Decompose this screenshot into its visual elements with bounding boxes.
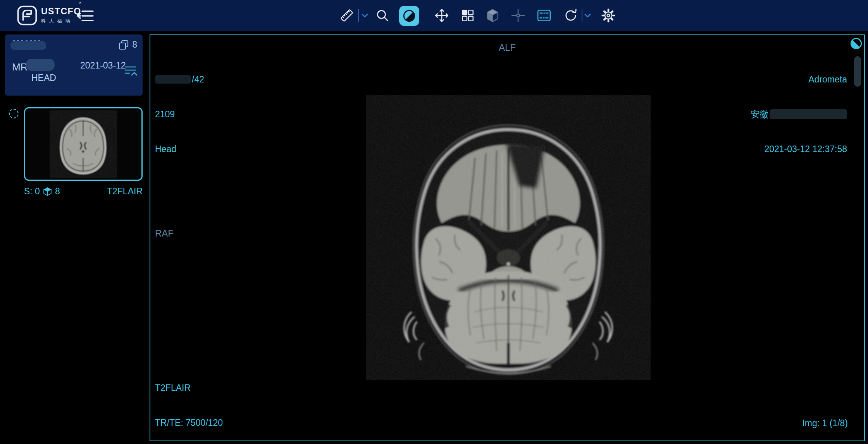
contrast-badge-icon[interactable] bbox=[850, 37, 863, 50]
rotate-reset-button[interactable] bbox=[562, 7, 580, 24]
radiographer-name: Adrometa bbox=[751, 74, 847, 85]
app-logo: USTCFQˆ 科大福晴 bbox=[17, 5, 81, 26]
annotation-toggle-button[interactable] bbox=[535, 7, 553, 24]
patient-name-redacted bbox=[10, 41, 46, 50]
thumbnail-image bbox=[50, 110, 117, 178]
logo-text: USTCFQˆ 科大福晴 bbox=[41, 6, 81, 24]
acquisition-datetime: 2021-03-12 12:37:58 bbox=[751, 143, 847, 155]
stack-scrollbar-thumb[interactable] bbox=[854, 56, 861, 87]
sequence-name: T2FLAIR bbox=[155, 382, 277, 394]
overlay-bottom-right: Img: 1 (1/8) Zoom: 96% W: 8948 L: 5189 M… bbox=[775, 394, 848, 444]
brand-subtitle: 科大福晴 bbox=[41, 18, 81, 24]
overlay-top-left: /42 2109 Head bbox=[155, 50, 204, 178]
accession-number: 2109 bbox=[155, 108, 204, 120]
patient-age-suffix: /42 bbox=[192, 74, 204, 85]
toolbar-divider bbox=[358, 9, 359, 22]
cube-icon bbox=[43, 187, 52, 196]
series-sidebar: 8 MR HEAD 2021-03-12 bbox=[0, 31, 147, 444]
pan-tool-button[interactable] bbox=[433, 7, 451, 24]
overlay-top-right: Adrometa 安徽 2021-03-12 12:37:58 bbox=[751, 50, 847, 178]
patient-info-redacted bbox=[155, 75, 191, 84]
series-count-badge: 8 bbox=[132, 39, 137, 50]
mri-image bbox=[366, 95, 651, 380]
institution-prefix: 安徽 bbox=[751, 108, 768, 120]
image-viewport[interactable]: ALF RAF /42 2109 Head Adrometa 安徽 2021-0… bbox=[150, 34, 865, 441]
settings-button[interactable] bbox=[599, 7, 617, 24]
sequence-label: T2FLAIR bbox=[107, 186, 143, 197]
thumbnail-meta: S: 0 8 T2FLAIR bbox=[24, 186, 143, 197]
crosshair-localizer-button[interactable] bbox=[509, 7, 527, 24]
institution-redacted bbox=[770, 109, 847, 119]
dashed-circle-icon bbox=[9, 109, 19, 118]
overlay-bottom-left: T2FLAIR TR/TE: 7500/120 TI: 1800 NEX: 2 … bbox=[155, 359, 277, 444]
topbar: USTCFQˆ 科大福晴 bbox=[0, 0, 868, 31]
study-date: 2021-03-12 bbox=[80, 60, 126, 71]
magnify-tool-button[interactable] bbox=[374, 7, 391, 24]
layout-grid-button[interactable] bbox=[459, 7, 477, 24]
body-part-label: HEAD bbox=[31, 73, 56, 83]
image-index: Img: 1 (1/8) bbox=[775, 417, 848, 429]
rotate-dropdown-chevron[interactable] bbox=[582, 7, 592, 24]
measure-dropdown-chevron[interactable] bbox=[360, 7, 370, 24]
orientation-marker-left: RAF bbox=[155, 228, 174, 239]
window-level-tool-button[interactable] bbox=[399, 6, 419, 26]
tr-te-value: TR/TE: 7500/120 bbox=[155, 417, 277, 429]
collapse-sidebar-icon[interactable] bbox=[77, 8, 95, 24]
pacs-viewer-app: USTCFQˆ 科大福晴 bbox=[0, 0, 868, 444]
image-count: 8 bbox=[55, 186, 60, 197]
brand-name: USTCFQˆ bbox=[41, 6, 81, 17]
sort-lines-icon[interactable] bbox=[124, 65, 138, 77]
measure-tool-button[interactable] bbox=[338, 7, 356, 24]
study-card[interactable]: 8 MR HEAD 2021-03-12 bbox=[5, 34, 143, 96]
series-thumbnail[interactable] bbox=[24, 107, 143, 181]
patient-id-redacted bbox=[26, 59, 55, 71]
logo-icon bbox=[17, 5, 37, 26]
slice-label: S: 0 bbox=[24, 186, 40, 197]
copy-icon bbox=[119, 40, 129, 50]
volume-3d-button[interactable] bbox=[484, 7, 501, 24]
body-part-overlay: Head bbox=[155, 143, 204, 155]
modality-label: MR bbox=[12, 61, 28, 73]
